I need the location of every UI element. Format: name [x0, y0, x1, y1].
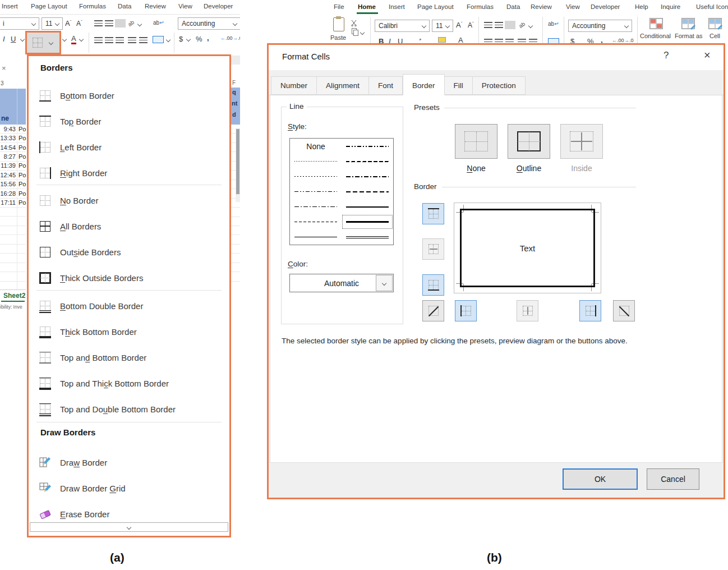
merge-center-button[interactable] [153, 36, 164, 43]
number-format-combo[interactable]: Accounting [568, 20, 632, 32]
tab-formulas[interactable]: Formulas [79, 3, 106, 10]
menu-item-top-and-double-bottom-border[interactable]: Top and Double Bottom Border [29, 396, 227, 422]
tab-alignment[interactable]: Alignment [317, 76, 369, 95]
menu-item-outside-borders[interactable]: Outside Borders [29, 239, 227, 265]
border-diagonal-down-button[interactable] [613, 300, 635, 321]
close-icon[interactable]: × [704, 49, 711, 62]
format-as-table-label[interactable]: Format as [675, 33, 703, 39]
tab-review[interactable]: Review [145, 3, 166, 10]
currency-button[interactable]: $ [179, 35, 183, 43]
tab-help[interactable]: Help [635, 3, 648, 10]
close-icon[interactable]: × [2, 64, 6, 72]
increase-indent-button[interactable] [139, 37, 148, 43]
menu-item-top-border[interactable]: Top Border [29, 108, 227, 134]
menu-item-thick-outside-borders[interactable]: Thick Outside Borders [29, 265, 227, 291]
tab-font[interactable]: Font [369, 76, 403, 95]
chevron-down-icon[interactable] [137, 22, 142, 26]
table-row[interactable]: 15:56Po [0, 180, 26, 189]
line-style-listbox[interactable]: None [289, 138, 394, 245]
color-dropdown-button[interactable] [376, 275, 393, 291]
help-button[interactable]: ? [664, 50, 669, 61]
menu-item-right-border[interactable]: Right Border [29, 160, 227, 186]
border-top-button[interactable] [422, 203, 444, 224]
underline-button[interactable]: U [11, 35, 16, 43]
line-style-hairline[interactable] [290, 154, 342, 169]
align-right-button[interactable] [116, 37, 124, 43]
wrap-text-button[interactable]: ab↵ [153, 20, 164, 26]
tab-data[interactable]: Data [506, 3, 520, 10]
line-style-dashed[interactable] [290, 214, 342, 229]
menu-item-thick-bottom-border[interactable]: Thick Bottom Border [29, 319, 227, 344]
table-row[interactable]: 8:27Po [0, 152, 26, 161]
cell-styles-icon[interactable] [708, 18, 722, 29]
table-row[interactable]: 14:54Po [0, 143, 26, 152]
line-style-thick-selected[interactable] [342, 214, 393, 229]
align-top-button[interactable] [484, 22, 492, 28]
cell-styles-label[interactable]: Cell [709, 33, 720, 39]
border-diagonal-up-button[interactable] [422, 300, 444, 321]
tab-inquire[interactable]: Inquire [661, 3, 680, 10]
tab-review[interactable]: Review [531, 3, 552, 10]
align-left-button[interactable] [94, 37, 103, 43]
line-style-medium-dash-dot-dot[interactable] [342, 139, 393, 154]
menu-item-draw-border[interactable]: Draw Border [29, 449, 227, 475]
line-style-thin[interactable] [290, 229, 342, 245]
decrease-indent-button[interactable] [128, 37, 136, 43]
align-bottom-button[interactable] [505, 21, 515, 29]
chevron-down-icon[interactable] [528, 24, 533, 28]
table-row[interactable]: 11:39Po [0, 162, 26, 171]
grow-font-button[interactable]: Aˆ [65, 19, 71, 27]
tab-developer[interactable]: Developer [204, 3, 233, 10]
font-name-combo[interactable]: i [0, 17, 39, 30]
menu-item-left-border[interactable]: Left Border [29, 134, 227, 160]
increase-decimal-button[interactable]: ←.00 [612, 38, 624, 43]
tab-page-layout[interactable]: Page Layout [417, 3, 454, 10]
scrollbar-thumb[interactable] [236, 129, 239, 194]
tab-file[interactable]: File [334, 3, 344, 10]
font-size-combo[interactable]: 11 [432, 20, 453, 32]
orientation-button[interactable]: ab [518, 21, 526, 29]
menu-item-no-border[interactable]: No Border [29, 187, 227, 213]
line-style-none[interactable]: None [290, 139, 342, 154]
font-color-button[interactable]: A [71, 34, 76, 44]
italic-button[interactable]: I [3, 35, 5, 43]
line-style-dash-dot-dot[interactable] [290, 184, 342, 199]
fill-color-button[interactable] [438, 37, 446, 43]
sheet-tab-sheet2[interactable]: Sheet2 [3, 292, 25, 300]
menu-scroll-down-button[interactable] [30, 522, 228, 532]
copy-icon[interactable] [352, 28, 357, 34]
chevron-down-icon[interactable] [360, 30, 365, 35]
tab-number[interactable]: Number [271, 76, 317, 95]
tab-border[interactable]: Border [403, 74, 445, 95]
border-preview[interactable]: Text [454, 203, 601, 293]
number-format-combo[interactable]: Accounting [178, 17, 240, 30]
conditional-formatting-label[interactable]: Conditional [640, 33, 671, 39]
grow-font-button[interactable]: Aˆ [456, 21, 462, 29]
tab-page-layout[interactable]: Page Layout [31, 3, 67, 10]
line-style-dotted[interactable] [290, 169, 342, 184]
menu-item-all-borders[interactable]: All Borders [29, 213, 227, 239]
align-middle-button[interactable] [105, 20, 113, 26]
menu-item-draw-border-grid[interactable]: Draw Border Grid [29, 475, 227, 501]
line-style-dash-dot[interactable] [290, 199, 342, 214]
menu-item-top-and-bottom-border[interactable]: Top and Bottom Border [29, 344, 227, 370]
table-row[interactable]: 16:28Po [0, 189, 26, 198]
scrollbar-track[interactable] [236, 128, 240, 202]
chevron-down-icon[interactable] [62, 37, 67, 42]
font-name-combo[interactable]: Calibri [375, 20, 430, 32]
paste-button-icon[interactable] [333, 17, 344, 31]
paste-label[interactable]: Paste [330, 34, 346, 41]
border-right-button[interactable] [579, 300, 601, 321]
table-row[interactable]: 9:43Po [0, 125, 26, 134]
wrap-text-button[interactable]: ab↵ [548, 21, 559, 27]
menu-item-bottom-border[interactable]: Bottom Border [29, 82, 227, 108]
preset-none-button[interactable] [455, 124, 497, 159]
tab-view[interactable]: View [178, 3, 192, 10]
tab-insert[interactable]: Insert [2, 3, 18, 10]
tab-view[interactable]: View [566, 3, 580, 10]
font-size-combo[interactable]: 11 [42, 17, 63, 30]
tab-protection[interactable]: Protection [473, 76, 526, 95]
chevron-down-icon[interactable] [20, 37, 25, 42]
cut-icon[interactable] [351, 19, 357, 29]
decrease-decimal-button[interactable]: →.0 [624, 38, 634, 43]
